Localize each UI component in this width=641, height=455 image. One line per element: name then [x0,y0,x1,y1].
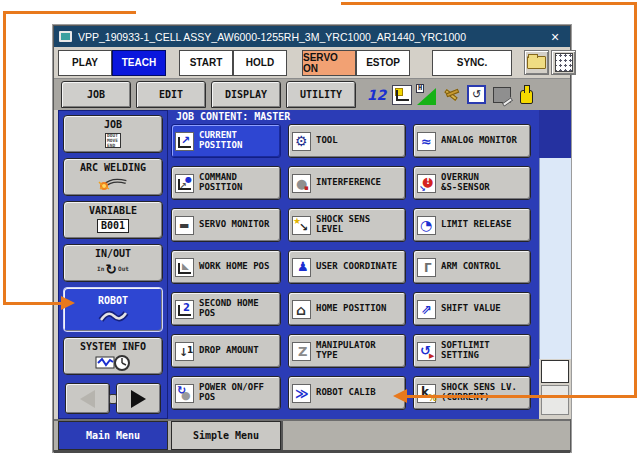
menu-item-manipulator-type[interactable]: ZMANIPULATOR TYPE [288,334,406,368]
bottom-tab-main-menu[interactable]: Main Menu [58,421,168,450]
system-info-icon [95,354,132,371]
pendant-keypad-button[interactable] [551,50,576,75]
sidebar-item-job[interactable]: JOBDOUT MOVE END [63,115,163,153]
analog-monitor-icon: ≈ [417,132,436,151]
job-doc-icon: DOUT MOVE END [105,132,121,149]
menu-item-label: SOFTLIMIT SETTING [441,341,490,361]
overrun-sensor-icon: ●!↘ [417,174,436,193]
title-bar: VPP_190933-1_CELL ASSY_AW6000-1255RH_3M_… [54,26,570,47]
menu-item-tool[interactable]: ⚙TOOL [288,124,406,158]
folder-icon [527,56,546,69]
tool-select-icon [440,84,463,106]
pager-connector [109,394,117,404]
menu-item-drop-amount[interactable]: ↓1DROP AMOUNT [171,334,281,368]
bottom-tab-bar: Main MenuSimple Menu [54,419,570,453]
pendant-window: VPP_190933-1_CELL ASSY_AW6000-1255RH_3M_… [53,25,571,452]
menu-item-user-coordinate[interactable]: ♟USER COORDINATE [288,250,406,284]
work-home-pos-icon: ◣ [175,258,194,277]
menu-item-shock-sens-level[interactable]: ★↘SHOCK SENS LEVEL [288,208,406,242]
menu-item-power-on-off-pos[interactable]: ●↻POWER ON/OFF POS [171,376,281,410]
sidebar-item-label: IN/OUT [95,248,131,260]
command-position-icon: ●↗ [175,174,194,193]
annotation-line-left-vertical [3,11,6,305]
menu-item-shift-value[interactable]: ⇗SHIFT VALUE [413,292,531,326]
tab-job[interactable]: JOB [61,81,131,108]
menu-item-command-position[interactable]: ●↗COMMAND POSITION [171,166,281,200]
mode-button-start[interactable]: START [179,50,233,76]
robot-arm-icon [97,307,129,324]
menu-item-label: CURRENT POSITION [199,131,242,151]
sidebar-item-system-info[interactable]: SYSTEM INFO [63,337,163,375]
menu-item-label: OVERRUN &S-SENSOR [441,173,490,193]
limit-release-icon: ◔ [417,216,436,235]
sidebar-item-variable[interactable]: VARIABLEB001 [63,201,163,239]
annotation-line-left-top [3,11,136,14]
menu-item-label: SHIFT VALUE [441,304,501,314]
sidebar-item-in-out[interactable]: IN/OUTIn↻Out [63,244,163,282]
window-title: VPP_190933-1_CELL ASSY_AW6000-1255RH_3M_… [78,31,545,43]
sidebar-item-robot[interactable]: ROBOT [63,287,163,332]
menu-item-label: ANALOG MONITOR [441,136,517,146]
menu-item-limit-release[interactable]: ◔LIMIT RELEASE [413,208,531,242]
menu-item-second-home-pos[interactable]: 2SECOND HOME POS [171,292,281,326]
mode-button-teach[interactable]: TEACH [112,50,166,76]
menu-item-current-position[interactable]: ↗CURRENT POSITION [171,124,281,158]
menu-item-label: HOME POSITION [316,304,386,314]
bottom-bar-spacer [281,421,570,450]
in-label: In [97,266,104,273]
prev-arrow-icon [80,390,95,408]
menu-item-overrun-s-sensor[interactable]: ●!↘OVERRUN &S-SENSOR [413,166,531,200]
shift-value-icon: ⇗ [417,300,436,319]
status-icon-strip: 12H↺ [365,84,538,106]
tab-utility[interactable]: UTILITY [286,81,356,108]
menu-item-analog-monitor[interactable]: ≈ANALOG MONITOR [413,124,531,158]
menu-item-work-home-pos[interactable]: ◣WORK HOME POS [171,250,281,284]
scrollbar-thumb[interactable] [541,360,569,383]
shock-sens-level-icon: ★↘ [292,216,311,235]
menu-item-label: TOOL [316,136,338,146]
menu-item-arm-control[interactable]: ΓARM CONTROL [413,250,531,284]
current-position-icon: ↗ [175,132,194,151]
cycle-mode-icon: ↺ [465,84,488,106]
drop-amount-icon: ↓1 [175,342,194,361]
scrollbar-button[interactable] [541,385,569,415]
bottom-tab-simple-menu[interactable]: Simple Menu [171,421,281,450]
page-edit-icon [490,84,513,106]
close-icon[interactable]: × [545,29,565,45]
mode-button-play[interactable]: PLAY [58,50,112,76]
menu-item-label: ROBOT CALIB [316,388,376,398]
menu-item-home-position[interactable]: ⌂HOME POSITION [288,292,406,326]
mode-button-sync[interactable]: SYNC. [432,50,512,76]
menu-item-label: POWER ON/OFF POS [199,383,264,403]
folder-button[interactable] [524,50,549,75]
menu-item-shock-sens-lv-current[interactable]: k%SHOCK SENS LV. (CURRENT) [413,376,531,410]
mode-button-hold[interactable]: HOLD [233,50,287,76]
menu-item-interference[interactable]: ●▪INTERFERENCE [288,166,406,200]
menu-item-servo-monitor[interactable]: ▬SERVO MONITOR [171,208,281,242]
prev-page-button[interactable] [65,383,110,414]
arc-welding-icon [96,175,130,192]
mode-button-row: PLAYTEACHSTARTHOLDSERVO ONESTOPSYNC. [54,47,570,78]
app-icon [59,31,72,42]
next-arrow-icon [131,390,146,408]
tab-edit[interactable]: EDIT [136,81,206,108]
menu-item-softlimit-setting[interactable]: ↺▶SOFTLIMIT SETTING [413,334,531,368]
tab-display[interactable]: DISPLAY [211,81,281,108]
power-on-off-pos-icon: ●↻ [175,384,194,403]
numeric-input-icon: 12 [365,84,388,106]
menu-item-robot-calib[interactable]: ≫ROBOT CALIB [288,376,406,410]
speed-level-icon: H [415,84,438,106]
mode-button-servo-on[interactable]: SERVO ON [302,50,356,76]
menu-item-label: COMMAND POSITION [199,173,242,193]
annotation-line-right-vertical [634,2,637,398]
scrollbar-track [539,158,571,359]
sidebar-item-arc-welding[interactable]: ARC WELDING [63,158,163,196]
servo-monitor-icon: ▬ [175,216,194,235]
manipulator-type-icon: Z [292,342,311,361]
user-coordinate-icon: ♟ [292,258,311,277]
mode-button-estop[interactable]: ESTOP [356,50,410,76]
main-area: JOBDOUT MOVE ENDARC WELDINGVARIABLEB001I… [54,110,570,419]
next-page-button[interactable] [116,383,161,414]
content-panel: JOB CONTENT: MASTER ↗CURRENT POSITION⚙TO… [168,110,539,419]
sidebar-item-label: VARIABLE [89,205,137,217]
